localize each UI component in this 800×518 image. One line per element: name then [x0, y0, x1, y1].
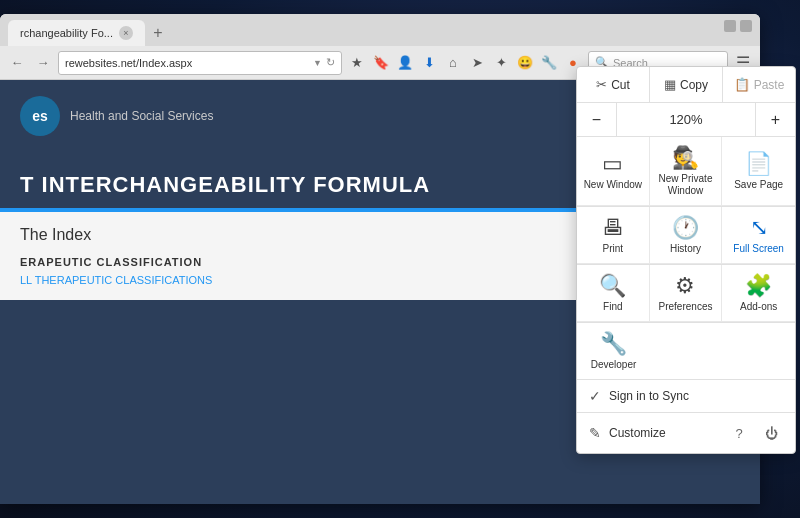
tab-close-button[interactable]: ×	[119, 26, 133, 40]
back-button[interactable]: ←	[6, 52, 28, 74]
home-icon[interactable]: ⌂	[442, 52, 464, 74]
save-page-item[interactable]: 📄 Save Page	[722, 137, 795, 206]
customize-label[interactable]: Customize	[609, 426, 666, 440]
zoom-in-button[interactable]: +	[755, 103, 795, 136]
pocket-icon[interactable]: 👤	[394, 52, 416, 74]
preferences-icon: ⚙	[675, 275, 695, 297]
history-item[interactable]: 🕐 History	[650, 207, 723, 264]
bookmarks-icon[interactable]: 🔖	[370, 52, 392, 74]
window-controls	[724, 20, 752, 32]
history-label: History	[670, 243, 701, 255]
menu-icon-grid-row2: 🖶 Print 🕐 History ⤡ Full Screen	[577, 207, 795, 265]
logo-text: es	[32, 108, 48, 124]
cut-button[interactable]: ✂ Cut	[577, 67, 650, 102]
browser-tab[interactable]: rchangeability Fo... ×	[8, 20, 145, 46]
copy-icon: ▦	[664, 77, 676, 92]
copy-button[interactable]: ▦ Copy	[650, 67, 723, 102]
menu-icon-grid-row1: ▭ New Window 🕵 New Private Window 📄 Save…	[577, 137, 795, 207]
save-page-label: Save Page	[734, 179, 783, 191]
developer-row: 🔧 Developer	[577, 323, 795, 380]
cut-label: Cut	[611, 78, 630, 92]
paste-label: Paste	[754, 78, 785, 92]
tab-bar: rchangeability Fo... × +	[0, 14, 760, 46]
footer-buttons: ? ⏻	[727, 421, 783, 445]
preferences-label: Preferences	[659, 301, 713, 313]
find-label: Find	[603, 301, 622, 313]
signin-icon: ✓	[589, 388, 601, 404]
address-text: rewebsites.net/Index.aspx	[65, 57, 309, 69]
cut-copy-paste-row: ✂ Cut ▦ Copy 📋 Paste	[577, 67, 795, 103]
print-label: Print	[603, 243, 624, 255]
forward-button[interactable]: →	[32, 52, 54, 74]
logo-icon: es	[20, 96, 60, 136]
history-icon: 🕐	[672, 217, 699, 239]
add-ons-label: Add-ons	[740, 301, 777, 313]
new-tab-button[interactable]: +	[145, 20, 171, 46]
emoji-icon[interactable]: 😀	[514, 52, 536, 74]
restore-button[interactable]	[740, 20, 752, 32]
paste-button[interactable]: 📋 Paste	[723, 67, 795, 102]
find-item[interactable]: 🔍 Find	[577, 265, 650, 322]
zoom-out-button[interactable]: −	[577, 103, 617, 136]
new-private-window-item[interactable]: 🕵 New Private Window	[650, 137, 723, 206]
fullscreen-icon: ⤡	[750, 217, 768, 239]
cut-icon: ✂	[596, 77, 607, 92]
toolbar-icons: ★ 🔖 👤 ⬇ ⌂ ➤ ✦ 😀 🔧 ●	[346, 52, 584, 74]
customize-row: ✎ Customize ? ⏻	[577, 413, 795, 453]
nav-arrow-icon[interactable]: ➤	[466, 52, 488, 74]
developer-icon: 🔧	[600, 333, 627, 355]
new-window-label: New Window	[584, 179, 642, 191]
find-icon: 🔍	[599, 275, 626, 297]
menu-icon-grid-row3: 🔍 Find ⚙ Preferences 🧩 Add-ons	[577, 265, 795, 323]
fullscreen-label: Full Screen	[733, 243, 784, 255]
bookmark-star-icon[interactable]: ★	[346, 52, 368, 74]
minimize-button[interactable]	[724, 20, 736, 32]
refresh-icon[interactable]: ↻	[326, 56, 335, 69]
logo-area: es Health and Social Services	[20, 96, 213, 136]
print-item[interactable]: 🖶 Print	[577, 207, 650, 264]
copy-label: Copy	[680, 78, 708, 92]
download-icon[interactable]: ⬇	[418, 52, 440, 74]
help-button[interactable]: ?	[727, 421, 751, 445]
developer-label: Developer	[591, 359, 637, 371]
preferences-item[interactable]: ⚙ Preferences	[650, 265, 723, 322]
new-window-item[interactable]: ▭ New Window	[577, 137, 650, 206]
tab-title: rchangeability Fo...	[20, 27, 113, 39]
address-dropdown-icon[interactable]: ▼	[313, 58, 322, 68]
tool-icon[interactable]: 🔧	[538, 52, 560, 74]
new-window-icon: ▭	[602, 153, 623, 175]
add-ons-icon: 🧩	[745, 275, 772, 297]
address-bar[interactable]: rewebsites.net/Index.aspx ▼ ↻	[58, 51, 342, 75]
paste-icon: 📋	[734, 77, 750, 92]
customize-icon: ✎	[589, 425, 601, 441]
signin-button[interactable]: ✓ Sign in to Sync	[577, 380, 795, 413]
new-private-window-label: New Private Window	[659, 173, 713, 197]
firefox-menu: ✂ Cut ▦ Copy 📋 Paste − 120% + ▭ New Wind…	[576, 66, 796, 454]
add-ons-item[interactable]: 🧩 Add-ons	[722, 265, 795, 322]
fullscreen-item[interactable]: ⤡ Full Screen	[722, 207, 795, 264]
zoom-row: − 120% +	[577, 103, 795, 137]
developer-item[interactable]: 🔧 Developer	[577, 323, 650, 379]
signin-label: Sign in to Sync	[609, 389, 689, 403]
save-page-icon: 📄	[745, 153, 772, 175]
site-name: Health and Social Services	[70, 109, 213, 123]
menu-extra-icon[interactable]: ✦	[490, 52, 512, 74]
new-private-window-icon: 🕵	[672, 147, 699, 169]
zoom-level-display: 120%	[617, 112, 755, 127]
power-button[interactable]: ⏻	[759, 421, 783, 445]
print-icon: 🖶	[602, 217, 624, 239]
